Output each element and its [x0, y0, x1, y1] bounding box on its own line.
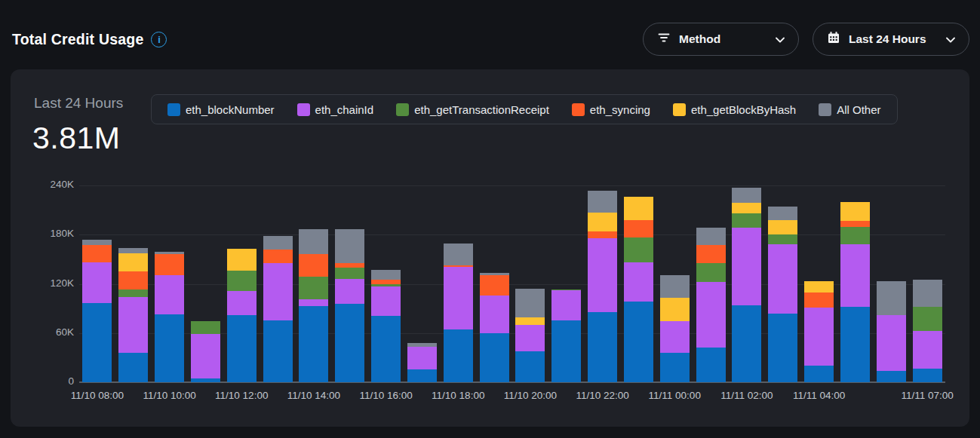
bar-segment[interactable] — [299, 306, 328, 382]
bar-segment[interactable] — [515, 325, 545, 351]
bar[interactable] — [82, 240, 112, 382]
bar-segment[interactable] — [480, 275, 509, 296]
bar-segment[interactable] — [371, 286, 401, 316]
bar-segment[interactable] — [840, 227, 870, 245]
bar-segment[interactable] — [624, 302, 653, 382]
bar-segment[interactable] — [732, 228, 761, 305]
bar-segment[interactable] — [371, 270, 401, 280]
bar[interactable] — [227, 249, 257, 382]
bar-segment[interactable] — [299, 277, 328, 299]
bar-segment[interactable] — [551, 290, 581, 320]
bar-segment[interactable] — [913, 331, 942, 369]
bar-segment[interactable] — [515, 289, 545, 317]
time-range-dropdown[interactable]: Last 24 Hours — [813, 23, 969, 56]
bar-segment[interactable] — [263, 320, 293, 382]
bar-segment[interactable] — [696, 263, 726, 282]
bar-segment[interactable] — [732, 213, 761, 228]
bar-segment[interactable] — [407, 369, 437, 382]
info-icon[interactable]: i — [151, 32, 167, 47]
bar-segment[interactable] — [660, 321, 690, 353]
bar-segment[interactable] — [191, 378, 220, 382]
bar-segment[interactable] — [624, 237, 653, 263]
bar-segment[interactable] — [588, 238, 617, 312]
bar-segment[interactable] — [155, 314, 184, 382]
bar-segment[interactable] — [335, 229, 364, 264]
bar-segment[interactable] — [444, 244, 473, 265]
bar-segment[interactable] — [913, 280, 942, 307]
bar[interactable] — [118, 248, 148, 382]
bar-segment[interactable] — [155, 254, 184, 274]
bar[interactable] — [913, 280, 942, 382]
bar[interactable] — [660, 275, 690, 382]
bar-segment[interactable] — [551, 320, 581, 382]
bar-segment[interactable] — [82, 240, 112, 246]
bar[interactable] — [299, 229, 328, 382]
bar-segment[interactable] — [696, 348, 726, 382]
bar-segment[interactable] — [118, 353, 148, 382]
bar-segment[interactable] — [118, 289, 148, 297]
bar-segment[interactable] — [227, 271, 257, 291]
bar-segment[interactable] — [660, 353, 690, 382]
legend-item[interactable]: eth_chainId — [297, 103, 374, 116]
bar-segment[interactable] — [299, 229, 328, 255]
bar-segment[interactable] — [660, 298, 690, 320]
bar-segment[interactable] — [371, 316, 401, 382]
bar[interactable] — [480, 273, 509, 382]
bar-segment[interactable] — [696, 228, 726, 246]
bar-segment[interactable] — [696, 282, 726, 348]
bar-segment[interactable] — [877, 315, 906, 371]
bar-segment[interactable] — [263, 236, 293, 249]
bar-segment[interactable] — [768, 220, 797, 235]
bar[interactable] — [804, 281, 834, 382]
bar-segment[interactable] — [624, 220, 653, 237]
legend-item[interactable]: eth_getBlockByHash — [673, 103, 796, 116]
bar-segment[interactable] — [732, 188, 761, 203]
bar-segment[interactable] — [732, 203, 761, 213]
bar-segment[interactable] — [82, 245, 112, 262]
bar-segment[interactable] — [263, 250, 293, 264]
bar-segment[interactable] — [299, 254, 328, 276]
bar-segment[interactable] — [804, 293, 834, 308]
bar-segment[interactable] — [515, 317, 545, 325]
method-dropdown[interactable]: Method — [643, 23, 799, 56]
bar-segment[interactable] — [118, 248, 148, 254]
bar[interactable] — [335, 229, 364, 382]
bar-segment[interactable] — [913, 369, 942, 383]
bar[interactable] — [515, 289, 545, 382]
bar[interactable] — [768, 207, 797, 382]
bar-segment[interactable] — [480, 296, 509, 333]
bar[interactable] — [551, 289, 581, 382]
bar-segment[interactable] — [335, 304, 364, 382]
bar-segment[interactable] — [335, 279, 364, 304]
bar-segment[interactable] — [768, 314, 797, 382]
bar[interactable] — [444, 244, 473, 382]
bar-segment[interactable] — [840, 221, 870, 227]
bar-segment[interactable] — [840, 244, 870, 307]
legend-item[interactable]: eth_getTransactionReceipt — [396, 103, 549, 116]
bar-segment[interactable] — [155, 275, 184, 314]
bar[interactable] — [588, 191, 617, 382]
bar-segment[interactable] — [335, 268, 364, 279]
bar-segment[interactable] — [515, 351, 545, 382]
bar-segment[interactable] — [118, 271, 148, 289]
bar-segment[interactable] — [588, 213, 617, 231]
bar-segment[interactable] — [840, 307, 870, 382]
bar-segment[interactable] — [82, 262, 112, 302]
bar[interactable] — [263, 236, 293, 382]
bar[interactable] — [407, 343, 437, 382]
bar-segment[interactable] — [227, 315, 257, 382]
bar-segment[interactable] — [227, 291, 257, 315]
bar-segment[interactable] — [877, 371, 906, 382]
bar[interactable] — [877, 281, 906, 382]
bar[interactable] — [732, 188, 761, 382]
bar-segment[interactable] — [118, 253, 148, 271]
bar-segment[interactable] — [768, 234, 797, 244]
bar-segment[interactable] — [191, 321, 220, 334]
bar-segment[interactable] — [804, 281, 834, 293]
bar-segment[interactable] — [191, 334, 220, 378]
bar-segment[interactable] — [913, 307, 942, 331]
bar-segment[interactable] — [588, 231, 617, 238]
bar-segment[interactable] — [660, 275, 690, 298]
bar[interactable] — [624, 197, 653, 382]
bar-segment[interactable] — [624, 262, 653, 302]
